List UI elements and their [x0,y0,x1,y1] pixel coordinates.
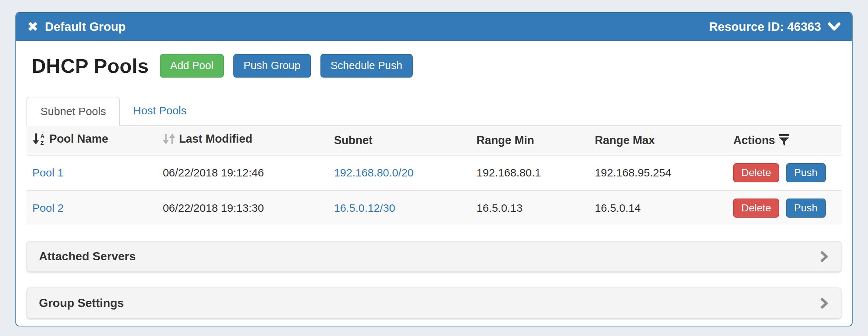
chevron-right-icon[interactable] [819,251,829,262]
group-header-left: ✖ Default Group [27,20,126,34]
range-min-cell: 16.5.0.13 [471,190,589,225]
last-modified-cell: 06/22/2018 19:13:30 [157,190,328,225]
group-settings-panel[interactable]: Group Settings [26,287,842,319]
pool-tabs: Subnet Pools Host Pools [26,97,842,126]
group-panel: ✖ Default Group Resource ID: 46363 DHCP … [15,12,853,326]
close-icon[interactable]: ✖ [27,20,38,33]
range-min-cell: 192.168.80.1 [471,155,589,190]
delete-button[interactable]: Delete [733,199,779,218]
column-header-range-min[interactable]: Range Min [471,126,589,155]
chevron-right-icon[interactable] [819,297,829,309]
delete-button[interactable]: Delete [733,163,779,182]
group-panel-header: ✖ Default Group Resource ID: 46363 [16,13,852,41]
subnet-pools-table: A Z Pool Name [26,126,842,225]
group-settings-title: Group Settings [39,296,124,310]
column-header-subnet[interactable]: Subnet [328,126,471,155]
svg-text:Z: Z [40,140,44,146]
svg-text:A: A [40,133,44,139]
range-max-cell: 192.168.95.254 [589,155,727,190]
table-row: Pool 1 06/22/2018 19:12:46 192.168.80.0/… [26,155,842,190]
column-header-actions: Actions [727,126,842,155]
range-max-cell: 16.5.0.14 [589,190,727,225]
table-header-row: A Z Pool Name [26,126,842,155]
add-pool-button[interactable]: Add Pool [160,54,224,78]
column-label-subnet: Subnet [334,134,373,147]
column-label-range-min: Range Min [477,134,534,147]
column-label-pool-name: Pool Name [49,132,108,146]
table-row: Pool 2 06/22/2018 19:13:30 16.5.0.12/30 … [26,190,842,225]
toolbar: DHCP Pools Add Pool Push Group Schedule … [32,54,842,78]
column-header-range-max[interactable]: Range Max [589,126,727,155]
schedule-push-button[interactable]: Schedule Push [320,54,413,78]
column-label-range-max: Range Max [595,134,655,147]
sort-alpha-asc-icon[interactable]: A Z [32,132,46,146]
column-label-actions: Actions [733,134,775,147]
attached-servers-panel[interactable]: Attached Servers [26,241,842,272]
subnet-link[interactable]: 16.5.0.12/30 [334,202,395,214]
attached-servers-title: Attached Servers [39,250,136,263]
tab-host-pools[interactable]: Host Pools [120,97,200,125]
group-header-right[interactable]: Resource ID: 46363 [709,20,841,34]
last-modified-cell: 06/22/2018 19:12:46 [157,155,328,190]
sort-updown-icon[interactable] [163,133,175,145]
column-header-pool-name[interactable]: A Z Pool Name [26,126,157,155]
chevron-down-icon[interactable] [828,22,841,32]
filter-funnel-icon[interactable] [779,134,789,146]
column-label-last-modified: Last Modified [179,132,252,146]
subnet-link[interactable]: 192.168.80.0/20 [334,167,414,179]
push-group-button[interactable]: Push Group [233,54,311,78]
group-title: Default Group [45,20,126,34]
push-button[interactable]: Push [786,199,826,218]
group-panel-body: DHCP Pools Add Pool Push Group Schedule … [16,41,852,319]
pool-name-link[interactable]: Pool 1 [32,167,64,179]
tab-subnet-pools[interactable]: Subnet Pools [26,97,120,126]
resource-id-label: Resource ID: 46363 [709,20,821,34]
pool-name-link[interactable]: Pool 2 [32,202,64,214]
push-button[interactable]: Push [786,163,826,182]
page-title: DHCP Pools [32,54,149,77]
column-header-last-modified[interactable]: Last Modified [157,126,328,155]
